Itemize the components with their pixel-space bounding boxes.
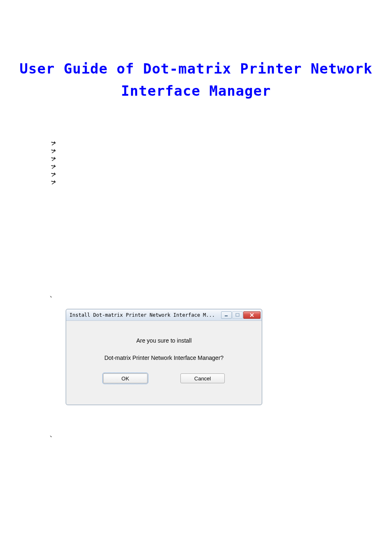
minimize-button[interactable] [221,311,232,319]
close-icon [249,313,254,317]
install-dialog: Install Dot-matrix Printer Network Inter… [66,309,262,405]
bullet-arrow-icon [50,140,57,147]
svg-rect-1 [236,313,239,316]
maximize-button [232,311,243,319]
page-title-line1: User Guide of Dot-matrix Printer Network [20,60,373,77]
cancel-button[interactable]: Cancel [180,373,225,383]
bullet-arrow-icon [50,172,57,178]
page-title: User Guide of Dot-matrix Printer Network… [0,0,392,102]
ok-button[interactable]: OK [103,373,148,383]
list-separator-mark: 、 [49,289,57,299]
close-button[interactable] [243,311,261,319]
bullet-arrow-icon [50,180,57,186]
maximize-icon [235,313,240,317]
dialog-footer: OK Cancel [74,373,254,383]
bullet-arrow-icon [50,156,57,163]
bullet-list [50,140,57,186]
minimize-icon [224,313,228,317]
dialog-body: Are you sure to install Dot-matrix Print… [66,321,262,383]
window-controls [221,311,261,319]
dialog-titlebar[interactable]: Install Dot-matrix Printer Network Inter… [66,309,262,321]
bullet-arrow-icon [50,164,57,170]
svg-rect-0 [225,315,228,316]
dialog-message-line2: Dot-matrix Printer Network Interface Man… [74,355,254,361]
list-separator-mark: 、 [49,429,57,439]
dialog-title: Install Dot-matrix Printer Network Inter… [69,312,221,318]
page-title-line2: Interface Manager [121,83,271,99]
bullet-arrow-icon [50,148,57,155]
dialog-message-line1: Are you sure to install [74,337,254,344]
